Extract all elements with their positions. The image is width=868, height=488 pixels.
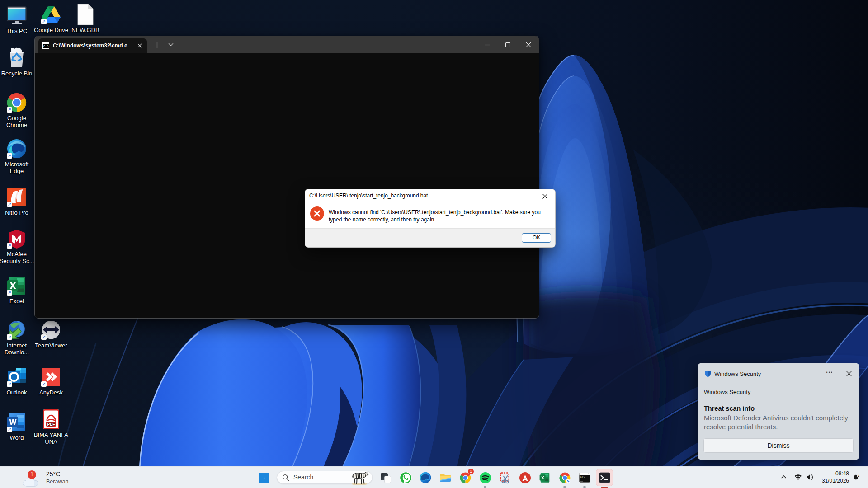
svg-text:PDF: PDF <box>47 422 55 427</box>
svg-text:C:\_: C:\_ <box>580 475 587 479</box>
svg-text:C:\: C:\ <box>43 45 49 48</box>
